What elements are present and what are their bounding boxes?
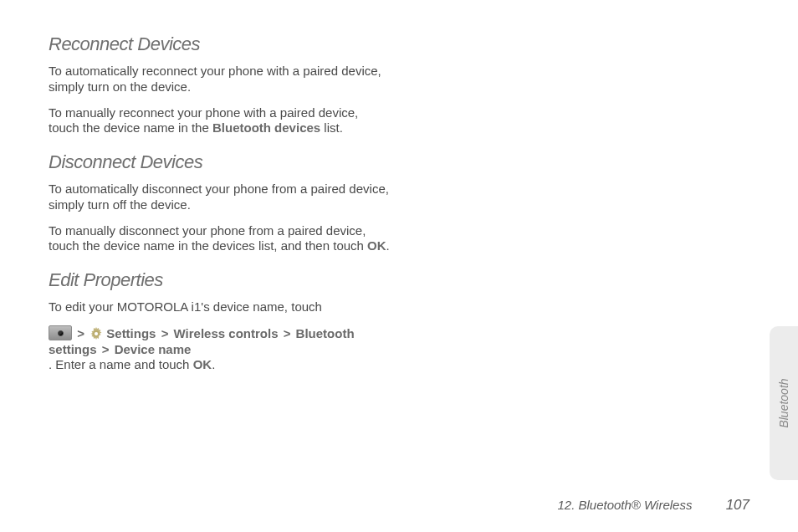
- svg-point-1: [95, 332, 98, 335]
- breadcrumb-separator: >: [160, 326, 171, 340]
- page: Reconnect Devices To automatically recon…: [0, 0, 798, 532]
- section-edit-properties: Edit Properties To edit your MOTOROLA i1…: [49, 269, 391, 373]
- heading-edit-properties: Edit Properties: [49, 269, 391, 291]
- side-tab-bluetooth: Bluetooth: [770, 326, 798, 480]
- edit-para-1: To edit your MOTOROLA i1's device name, …: [49, 299, 391, 315]
- disconnect-para-2: To manually disconnect your phone from a…: [49, 223, 391, 255]
- text: . Enter a name and touch: [49, 357, 193, 371]
- nav-path: > Settings > Wireless controls: [49, 325, 391, 358]
- disconnect-para-1: To automatically disconnect your phone f…: [49, 182, 391, 213]
- bold-ok: OK: [367, 238, 386, 253]
- breadcrumb-separator: >: [75, 326, 86, 340]
- path-device-name: Device name: [115, 342, 192, 356]
- breadcrumb-separator: >: [100, 342, 111, 356]
- heading-disconnect: Disconnect Devices: [49, 151, 391, 173]
- launcher-icon: [49, 325, 72, 340]
- gear-icon: [90, 327, 103, 340]
- footer-page-number: 107: [726, 497, 749, 513]
- bold-bluetooth-devices: Bluetooth devices: [212, 120, 320, 135]
- breadcrumb-separator: >: [282, 326, 293, 340]
- footer-chapter: 12. Bluetooth® Wireless: [557, 498, 692, 512]
- text: .: [212, 357, 215, 371]
- text: To manually disconnect your phone from a…: [49, 223, 367, 253]
- side-tab-label: Bluetooth: [777, 378, 790, 427]
- reconnect-para-2: To manually reconnect your phone with a …: [49, 105, 391, 137]
- section-reconnect: Reconnect Devices To automatically recon…: [49, 33, 391, 136]
- bold-ok: OK: [193, 357, 212, 371]
- page-footer: 12. Bluetooth® Wireless 107: [557, 497, 749, 514]
- edit-para-2: > Settings > Wireless controls: [49, 325, 391, 373]
- text: list.: [320, 120, 343, 135]
- path-wireless-controls: Wireless controls: [174, 326, 279, 340]
- content-column: Reconnect Devices To automatically recon…: [49, 33, 391, 388]
- text: .: [386, 238, 390, 253]
- path-settings: Settings: [106, 326, 156, 340]
- section-disconnect: Disconnect Devices To automatically disc…: [49, 151, 391, 254]
- heading-reconnect: Reconnect Devices: [49, 33, 391, 55]
- reconnect-para-1: To automatically reconnect your phone wi…: [49, 64, 391, 95]
